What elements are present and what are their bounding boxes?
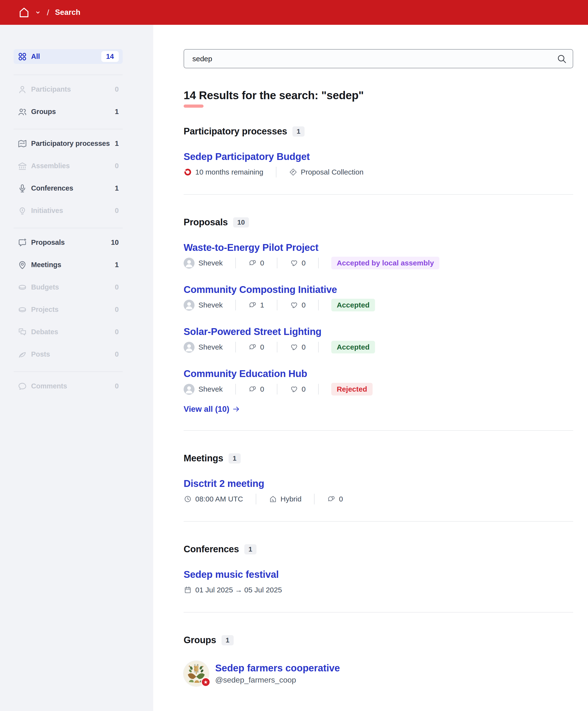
sidebar-item-count: 0: [115, 305, 119, 314]
sidebar-item-participatory-processes[interactable]: Participatory processes 1: [14, 136, 123, 151]
proposal-link[interactable]: Community Education Hub: [184, 368, 307, 379]
avatar: [184, 342, 195, 353]
comments-count: 0: [260, 385, 264, 393]
meeting-time: 08:00 AM UTC: [195, 495, 243, 503]
breadcrumb-separator: /: [47, 8, 49, 17]
group-result: ★ Sedep farmers cooperative @sedep_farme…: [184, 661, 573, 686]
verified-star-badge: ★: [201, 677, 210, 687]
section-title: Proposals: [184, 217, 228, 228]
chat-icon: [18, 381, 27, 391]
sidebar-item-label: Projects: [31, 305, 115, 314]
apps-icon: [18, 52, 27, 62]
view-all-proposals-link[interactable]: View all (10): [184, 405, 240, 414]
proposal-result: Solar-Powered Street Lighting Shevek 0 0…: [184, 326, 573, 353]
section-proposals: Proposals 10 Waste-to-Energy Pilot Proje…: [184, 217, 573, 414]
mic-icon: [18, 184, 27, 193]
meeting-mode: Hybrid: [280, 495, 302, 503]
proposal-link[interactable]: Waste-to-Energy Pilot Project: [184, 242, 318, 253]
avatar: [184, 300, 195, 311]
section-conferences: Conferences 1 Sedep music festival 01 Ju…: [184, 544, 573, 596]
proposal-link[interactable]: Community Composting Initiative: [184, 284, 337, 295]
breadcrumb-current-page: Search: [55, 8, 81, 17]
user-icon: [18, 85, 27, 94]
coin-icon: [18, 282, 27, 292]
map-pin-icon: [18, 260, 27, 270]
sidebar-item-all[interactable]: All 14: [14, 49, 123, 64]
sidebar-item-label: Budgets: [31, 283, 115, 291]
search-results-main: 14 Results for the search: "sedep" Parti…: [153, 25, 588, 711]
endorsements-count: 0: [302, 343, 306, 351]
chevron-down-icon[interactable]: [35, 9, 41, 16]
meta-divider: [277, 300, 277, 310]
comments-count: 0: [260, 343, 264, 351]
search-icon[interactable]: [557, 54, 567, 64]
section-meetings: Meetings 1 Disctrit 2 meeting 08:00 AM U…: [184, 453, 573, 504]
conference-result: Sedep music festival 01 Jul 2025 → 05 Ju…: [184, 569, 573, 596]
author-name: Shevek: [199, 343, 223, 351]
sidebar-item-count: 1: [115, 261, 119, 269]
sidebar-item-count: 14: [101, 51, 119, 62]
comments-icon: [248, 343, 257, 351]
search-bar: [184, 49, 573, 68]
endorsements-count: 0: [302, 301, 306, 309]
proposal-link[interactable]: Solar-Powered Street Lighting: [184, 326, 321, 337]
meta-divider: [235, 384, 236, 394]
coin-icon: [18, 305, 27, 315]
avatar: [184, 384, 195, 395]
comments-icon: [248, 301, 257, 309]
group-avatar: ★: [184, 661, 209, 686]
sidebar-item-label: Proposals: [31, 238, 111, 246]
search-input[interactable]: [184, 49, 573, 68]
search-filters-sidebar: All 14 Participants 0 Groups 1 Participa…: [0, 25, 153, 711]
sidebar-item-label: Comments: [31, 382, 115, 390]
section-divider: [184, 194, 573, 195]
conference-dates: 01 Jul 2025 → 05 Jul 2025: [195, 586, 282, 594]
meta-divider: [235, 258, 236, 268]
meta-divider: [318, 384, 319, 394]
section-divider: [184, 521, 573, 522]
proposal-result: Community Composting Initiative Shevek 1…: [184, 284, 573, 311]
arrow-right-icon: [232, 405, 240, 413]
sidebar-item-assemblies: Assemblies 0: [14, 158, 123, 173]
meta-divider: [276, 167, 276, 177]
route-diamond-icon: [289, 168, 297, 176]
home-wifi-icon: [269, 495, 277, 503]
sidebar-item-meetings[interactable]: Meetings 1: [14, 257, 123, 272]
status-badge: Accepted: [331, 341, 375, 353]
sidebar-item-count: 10: [111, 238, 119, 246]
process-link[interactable]: Sedep Participatory Budget: [184, 151, 310, 162]
meta-divider: [235, 300, 236, 310]
sidebar-item-label: Participatory processes: [31, 139, 115, 148]
sidebar-item-count: 0: [115, 328, 119, 336]
group-handle: @sedep_farmers_coop: [215, 675, 340, 685]
sidebar-item-debates: Debates 0: [14, 324, 123, 339]
sidebar-item-label: All: [31, 52, 101, 61]
lightbulb-icon: [18, 206, 27, 216]
author-name: Shevek: [199, 301, 223, 309]
sidebar-item-label: Participants: [31, 85, 115, 93]
section-title: Conferences: [184, 544, 239, 555]
sidebar-item-participants: Participants 0: [14, 82, 123, 97]
endorsements-count: 0: [302, 385, 306, 393]
proposal-result: Community Education Hub Shevek 0 0 Rejec…: [184, 368, 573, 395]
meeting-link[interactable]: Disctrit 2 meeting: [184, 478, 264, 489]
meeting-result: Disctrit 2 meeting 08:00 AM UTC Hybrid 0: [184, 478, 573, 504]
group-link[interactable]: Sedep farmers cooperative: [215, 663, 340, 673]
endorse-heart-icon: [290, 259, 298, 267]
timer-icon: [184, 168, 192, 176]
sidebar-item-label: Posts: [31, 350, 115, 358]
results-heading: 14 Results for the search: "sedep": [184, 89, 573, 102]
sidebar-item-proposals[interactable]: Proposals 10: [14, 235, 123, 250]
sidebar-item-budgets: Budgets 0: [14, 280, 123, 295]
conference-link[interactable]: Sedep music festival: [184, 569, 279, 580]
sidebar-item-groups[interactable]: Groups 1: [14, 104, 123, 119]
meta-divider: [277, 384, 277, 394]
section-count-badge: 10: [233, 217, 249, 228]
home-icon[interactable]: [18, 6, 30, 18]
sidebar-divider: [14, 228, 123, 228]
meta-divider: [318, 300, 319, 310]
sidebar-item-conferences[interactable]: Conferences 1: [14, 181, 123, 196]
sidebar-item-label: Initiatives: [31, 207, 115, 215]
comments-icon: [248, 385, 257, 393]
bank-icon: [18, 161, 27, 171]
